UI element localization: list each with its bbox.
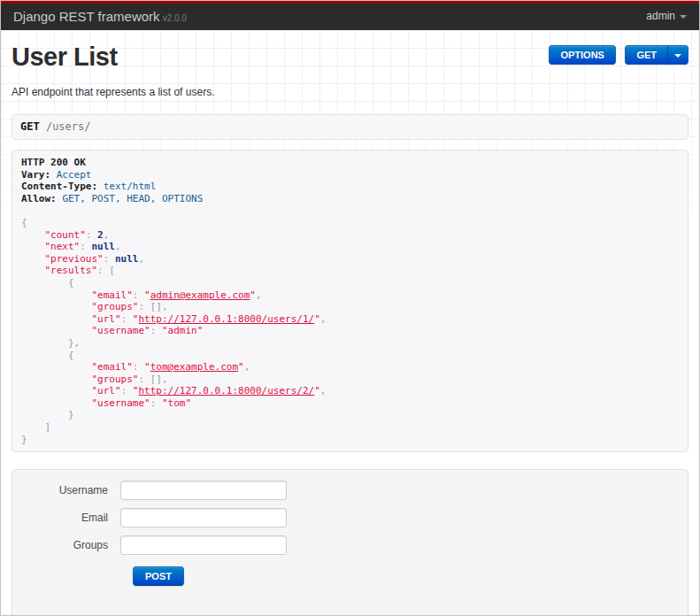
browser-viewport: Django REST frameworkv2.0.0 admin OPTION… <box>0 0 700 616</box>
form-row-email: Email <box>12 508 688 527</box>
groups-input[interactable] <box>120 535 287 555</box>
json-url-link[interactable]: http://127.0.0.1:8000/users/1/ <box>138 313 314 325</box>
get-dropdown-toggle[interactable] <box>667 45 688 65</box>
caret-down-icon <box>680 15 687 19</box>
user-menu[interactable]: admin <box>646 4 687 29</box>
get-button-group: GET <box>625 45 688 65</box>
username-label: Username <box>12 484 120 497</box>
email-label: Email <box>12 512 120 524</box>
status-line: HTTP 200 OK <box>21 157 86 168</box>
post-form: Username Email Groups POST <box>12 469 688 616</box>
form-row-groups: Groups <box>12 535 688 555</box>
form-row-username: Username <box>12 481 688 500</box>
page-content: OPTIONS GET User List API endpoint that … <box>1 30 699 614</box>
page-description: API endpoint that represents a list of u… <box>12 86 688 98</box>
method-toolbar: OPTIONS GET <box>549 45 688 65</box>
response-body: HTTP 200 OK Vary: Accept Content-Type: t… <box>12 150 688 452</box>
json-email-link[interactable]: tom@example.com <box>150 361 238 373</box>
groups-label: Groups <box>12 539 120 551</box>
request-method: GET <box>20 120 40 133</box>
page-header: OPTIONS GET User List API endpoint that … <box>12 30 688 114</box>
form-actions: POST <box>133 566 688 586</box>
navbar: Django REST frameworkv2.0.0 admin <box>1 1 699 30</box>
post-button[interactable]: POST <box>133 566 184 586</box>
json-url-link[interactable]: http://127.0.0.1:8000/users/2/ <box>138 385 314 397</box>
app-brand-link[interactable]: Django REST frameworkv2.0.0 <box>13 9 187 24</box>
json-email-link[interactable]: admin@example.com <box>150 289 250 301</box>
get-button[interactable]: GET <box>625 45 668 65</box>
username-input[interactable] <box>120 481 287 500</box>
app-version: v2.0.0 <box>163 13 187 23</box>
caret-down-icon <box>674 54 681 58</box>
email-input[interactable] <box>120 508 287 527</box>
user-menu-label: admin <box>646 10 675 22</box>
options-button[interactable]: OPTIONS <box>549 45 616 65</box>
app-brand-text: Django REST framework <box>13 9 160 24</box>
request-bar: GET /users/ <box>12 114 688 140</box>
request-path: /users/ <box>46 120 91 133</box>
